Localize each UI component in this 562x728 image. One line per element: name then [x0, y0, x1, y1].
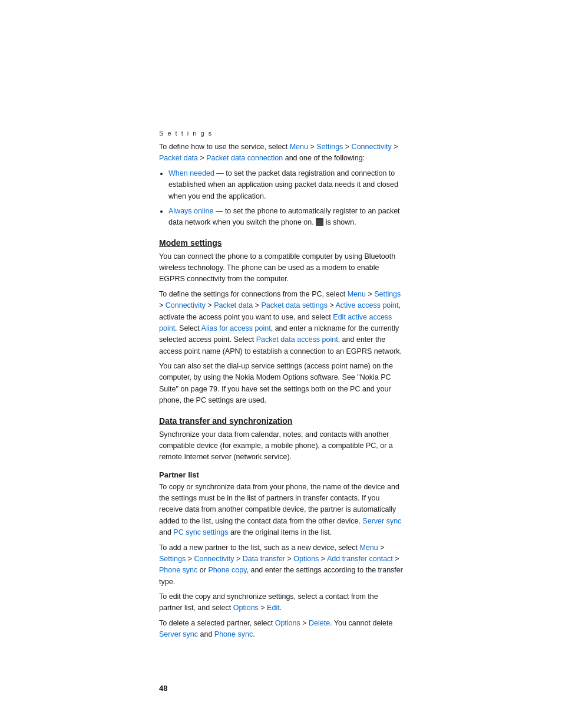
- link-phone-copy[interactable]: Phone copy: [208, 566, 246, 574]
- link-add-transfer-contact[interactable]: Add transfer contact: [327, 555, 393, 563]
- pl-para3-after: .: [280, 604, 282, 612]
- pl-para2-before: To add a new partner to the list, such a…: [159, 543, 359, 552]
- link-settings-3[interactable]: Settings: [159, 555, 186, 563]
- bullet-list: When needed — to set the packet data reg…: [168, 168, 403, 229]
- link-packet-data-access[interactable]: Packet data access point: [256, 335, 338, 344]
- link-always-online[interactable]: Always online: [168, 207, 213, 215]
- intro-text-after: and one of the following:: [283, 154, 365, 162]
- list-item: When needed — to set the packet data reg…: [168, 168, 403, 202]
- para2-sep2: >: [159, 301, 166, 309]
- data-transfer-para1: Synchronize your data from calendar, not…: [159, 429, 403, 463]
- link-phone-sync-1[interactable]: Phone sync: [159, 566, 197, 574]
- link-packet-data[interactable]: Packet data: [159, 154, 198, 162]
- link-when-needed[interactable]: When needed: [168, 169, 214, 177]
- icon-text: is shown.: [323, 218, 356, 226]
- link-packet-data-connection[interactable]: Packet data connection: [206, 154, 283, 162]
- pl-para1-after: are the original items in the list.: [228, 528, 332, 536]
- pl-after: .: [253, 630, 254, 638]
- intro-paragraph: To define how to use the service, select…: [159, 141, 403, 164]
- pl-sep2: >: [186, 555, 194, 563]
- link-settings[interactable]: Settings: [316, 143, 343, 151]
- para2-sep1: >: [366, 290, 374, 298]
- pl-sep5: >: [319, 555, 327, 563]
- link-connectivity[interactable]: Connectivity: [352, 143, 392, 151]
- link-settings-2[interactable]: Settings: [374, 290, 401, 298]
- pl-sep1: >: [378, 543, 385, 552]
- link-packet-data-2[interactable]: Packet data: [214, 301, 253, 309]
- intro-text-before: To define how to use the service, select: [159, 143, 290, 151]
- partner-list-para3: To edit the copy and synchronize setting…: [159, 591, 403, 614]
- link-connectivity-2[interactable]: Connectivity: [166, 301, 206, 309]
- modem-settings-para3: You can also set the dial-up service set…: [159, 361, 403, 407]
- link-menu-3[interactable]: Menu: [359, 543, 378, 552]
- sep1: >: [308, 143, 316, 151]
- link-server-sync[interactable]: Server sync: [362, 517, 401, 525]
- link-options-1[interactable]: Options: [293, 555, 319, 563]
- pl-text3: and: [198, 630, 214, 638]
- partner-list-heading: Partner list: [159, 470, 403, 479]
- link-phone-sync-2[interactable]: Phone sync: [214, 630, 253, 638]
- para2-text3: . Select: [175, 324, 201, 332]
- modem-settings-para1: You can connect the phone to a compatibl…: [159, 251, 403, 285]
- para2-sep3: >: [206, 301, 214, 309]
- pl-text-and: and: [159, 528, 173, 536]
- section-label: S e t t i n g s: [159, 130, 403, 137]
- pl-text2: . You cannot delete: [330, 619, 392, 627]
- pl-sep3: >: [234, 555, 243, 563]
- pl-para4-sep: >: [300, 619, 309, 627]
- link-options-2[interactable]: Options: [233, 604, 259, 612]
- link-active-access-point[interactable]: Active access point: [336, 301, 399, 309]
- link-menu[interactable]: Menu: [290, 143, 308, 151]
- pl-para4-before: To delete a selected partner, select: [159, 619, 275, 627]
- sep3: >: [392, 143, 398, 151]
- link-alias[interactable]: Alias for access point: [201, 324, 271, 332]
- list-item: Always online — to set the phone to auto…: [168, 206, 403, 229]
- link-pc-sync-settings[interactable]: PC sync settings: [173, 528, 228, 536]
- pl-sep6: >: [393, 555, 399, 563]
- link-delete[interactable]: Delete: [309, 619, 330, 627]
- pl-text2: or: [197, 566, 208, 574]
- link-packet-data-settings[interactable]: Packet data settings: [261, 301, 328, 309]
- para2-sep5: >: [328, 301, 336, 309]
- link-data-transfer[interactable]: Data transfer: [243, 555, 285, 563]
- pl-para3-sep: >: [259, 604, 267, 612]
- link-menu-2[interactable]: Menu: [348, 290, 366, 298]
- sep2: >: [343, 143, 351, 151]
- partner-list-para4: To delete a selected partner, select Opt…: [159, 618, 403, 641]
- link-options-3[interactable]: Options: [275, 619, 300, 627]
- partner-list-para2: To add a new partner to the list, such a…: [159, 542, 403, 588]
- page-number: 48: [159, 684, 167, 693]
- modem-icon: [316, 218, 323, 226]
- link-connectivity-3[interactable]: Connectivity: [194, 555, 234, 563]
- page: S e t t i n g s To define how to use the…: [0, 0, 562, 728]
- pl-sep4: >: [285, 555, 293, 563]
- partner-list-para1: To copy or synchronize data from your ph…: [159, 482, 403, 539]
- data-transfer-heading: Data transfer and synchronization: [159, 416, 403, 426]
- para2-text-before: To define the settings for connections f…: [159, 290, 348, 298]
- link-edit[interactable]: Edit: [267, 604, 280, 612]
- modem-settings-heading: Modem settings: [159, 238, 403, 248]
- para2-sep4: >: [253, 301, 261, 309]
- sep4: >: [198, 154, 206, 162]
- link-server-sync-2[interactable]: Server sync: [159, 630, 198, 638]
- modem-settings-para2: To define the settings for connections f…: [159, 289, 403, 357]
